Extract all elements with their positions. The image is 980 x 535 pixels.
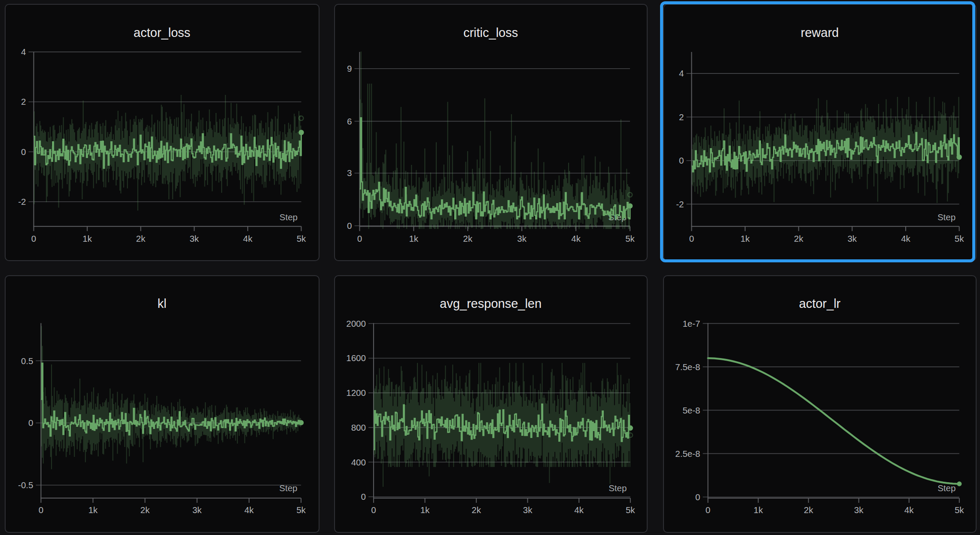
svg-text:3k: 3k <box>523 505 533 515</box>
svg-text:5k: 5k <box>625 234 635 243</box>
svg-text:Step: Step <box>609 483 627 493</box>
svg-text:0: 0 <box>28 418 33 428</box>
svg-text:3k: 3k <box>189 234 199 243</box>
svg-text:4: 4 <box>21 47 26 57</box>
svg-text:400: 400 <box>351 457 366 467</box>
svg-text:-2: -2 <box>18 197 26 207</box>
svg-text:2k: 2k <box>140 505 150 515</box>
svg-text:800: 800 <box>351 423 366 432</box>
svg-text:2.5e-8: 2.5e-8 <box>675 449 700 459</box>
svg-text:3k: 3k <box>517 234 527 243</box>
svg-text:2k: 2k <box>472 505 481 515</box>
svg-text:Step: Step <box>280 212 298 222</box>
svg-text:4k: 4k <box>571 234 581 243</box>
svg-text:1k: 1k <box>88 505 98 515</box>
svg-text:7.5e-8: 7.5e-8 <box>675 362 700 372</box>
svg-text:2k: 2k <box>804 505 813 515</box>
svg-text:0: 0 <box>31 234 36 243</box>
svg-text:critic_loss: critic_loss <box>463 26 518 40</box>
svg-text:kl: kl <box>158 297 167 310</box>
svg-text:0: 0 <box>347 221 352 231</box>
svg-text:2k: 2k <box>463 234 472 243</box>
svg-text:avg_response_len: avg_response_len <box>440 297 542 310</box>
svg-text:Step: Step <box>279 483 297 493</box>
svg-text:0.5: 0.5 <box>21 356 33 366</box>
svg-text:4k: 4k <box>904 505 914 515</box>
svg-text:5k: 5k <box>955 505 964 515</box>
svg-text:1200: 1200 <box>346 388 366 398</box>
svg-text:actor_loss: actor_loss <box>134 26 190 40</box>
svg-text:2: 2 <box>21 97 26 106</box>
svg-text:3k: 3k <box>854 505 864 515</box>
svg-text:0: 0 <box>357 234 362 243</box>
svg-text:0: 0 <box>706 505 710 515</box>
svg-text:5k: 5k <box>296 505 306 515</box>
svg-text:4k: 4k <box>243 234 253 243</box>
svg-text:9: 9 <box>347 64 352 73</box>
svg-text:6: 6 <box>347 116 352 126</box>
svg-text:0: 0 <box>39 505 43 515</box>
svg-text:1600: 1600 <box>346 353 366 363</box>
svg-text:1k: 1k <box>82 234 92 243</box>
svg-text:2000: 2000 <box>346 319 366 328</box>
svg-text:1k: 1k <box>409 234 418 243</box>
svg-text:4k: 4k <box>574 505 584 515</box>
svg-text:3: 3 <box>347 168 352 178</box>
svg-text:4k: 4k <box>244 505 254 515</box>
svg-text:0: 0 <box>21 147 26 157</box>
svg-text:5k: 5k <box>626 505 635 515</box>
svg-text:1e-7: 1e-7 <box>682 319 700 328</box>
svg-text:2k: 2k <box>136 234 146 243</box>
svg-text:3k: 3k <box>192 505 202 515</box>
svg-text:5e-8: 5e-8 <box>682 405 700 415</box>
svg-text:0: 0 <box>695 492 700 502</box>
svg-text:0: 0 <box>361 492 365 502</box>
svg-text:actor_lr: actor_lr <box>799 297 841 310</box>
svg-text:0: 0 <box>371 505 376 515</box>
svg-text:-0.5: -0.5 <box>18 480 33 490</box>
svg-text:5k: 5k <box>297 234 306 243</box>
svg-text:1k: 1k <box>754 505 763 515</box>
svg-text:1k: 1k <box>420 505 430 515</box>
